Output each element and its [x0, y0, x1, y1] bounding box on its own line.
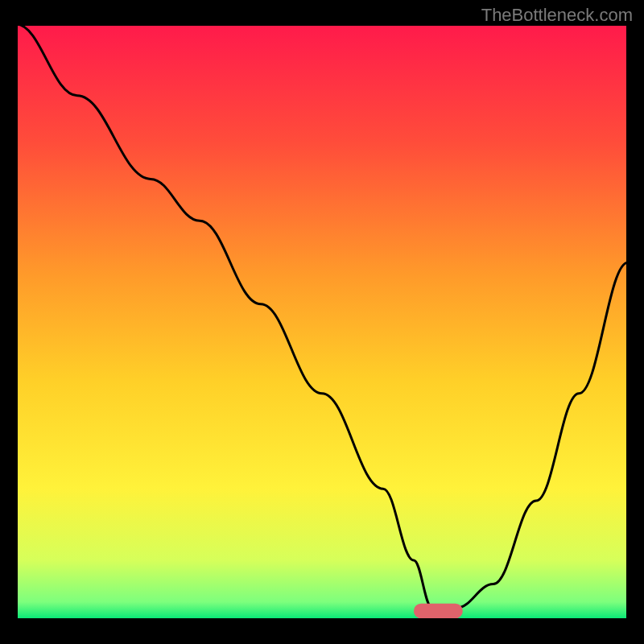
- watermark-text: TheBottleneck.com: [481, 5, 633, 26]
- optimal-marker: [414, 604, 463, 619]
- gradient-background: [16, 24, 628, 620]
- chart-container: TheBottleneck.com: [0, 0, 644, 644]
- chart-svg: [0, 0, 644, 644]
